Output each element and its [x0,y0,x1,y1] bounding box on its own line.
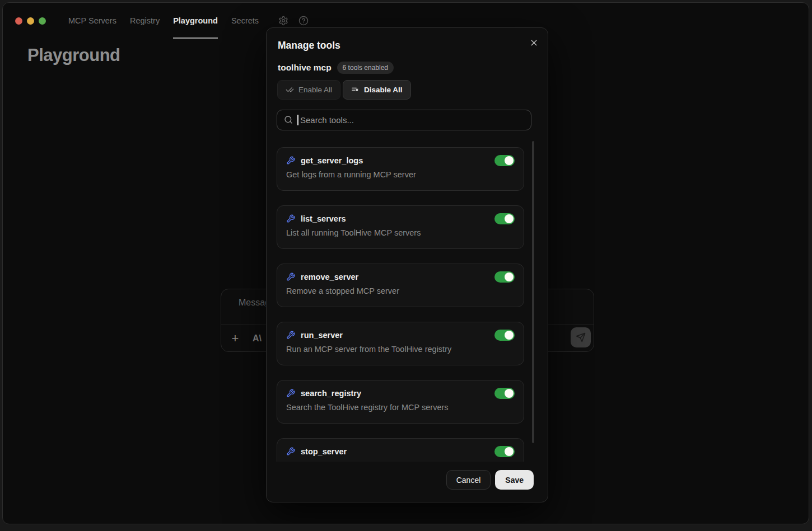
tab-mcp-servers[interactable]: MCP Servers [68,3,116,39]
cancel-button[interactable]: Cancel [446,470,491,490]
disable-all-button[interactable]: Disable All [343,80,411,100]
tool-name: list_servers [301,214,346,223]
tool-name: get_server_logs [301,156,363,165]
tool-head: remove_server [286,272,515,281]
settings-button[interactable] [277,14,290,27]
tool-toggle[interactable] [494,213,515,224]
tool-description: Run an MCP server from the ToolHive regi… [286,345,515,354]
tool-toggle[interactable] [494,330,515,341]
minimize-window-button[interactable] [27,17,34,25]
close-window-button[interactable] [15,17,22,25]
wrench-icon [286,156,295,165]
disable-all-label: Disable All [364,86,403,94]
server-row: toolhive mcp 6 tools enabled [278,62,394,74]
wrench-icon [286,447,295,456]
paper-plane-icon [576,332,586,342]
wrench-icon [286,389,295,398]
tool-toggle[interactable] [494,271,515,283]
tool-card: search_registry Search the ToolHive regi… [277,380,524,424]
tool-card: remove_server Remove a stopped MCP serve… [277,264,524,307]
tool-head: list_servers [286,214,515,223]
tool-card: run_server Run an MCP server from the To… [277,322,524,365]
search-tools-input[interactable] [277,110,531,130]
scrollbar-thumb[interactable] [532,141,534,443]
list-x-icon [351,86,360,94]
server-name: toolhive mcp [278,63,332,73]
wrench-icon [286,331,295,340]
toggle-knob [505,389,514,398]
tab-playground[interactable]: Playground [173,3,218,39]
check-check-icon [286,86,294,94]
enable-all-button[interactable]: Enable All [277,80,340,100]
app-window: MCP Servers Registry Playground Secrets [2,2,809,524]
manage-tools-dialog: Manage tools toolhive mcp 6 tools enable… [266,27,548,502]
gear-icon [278,16,288,26]
close-dialog-button[interactable] [528,37,539,48]
toggle-knob [505,156,514,165]
traffic-lights [15,17,46,25]
tool-toggle[interactable] [494,155,515,166]
tool-name: search_registry [301,389,361,398]
tool-head: search_registry [286,389,515,398]
titlebar-icons [277,14,310,27]
tools-enabled-badge: 6 tools enabled [337,62,394,74]
wrench-icon [286,272,295,281]
tool-toggle[interactable] [494,446,515,457]
tool-name: remove_server [301,272,358,281]
nav-tabs: MCP Servers Registry Playground Secrets [68,3,259,39]
tool-name: stop_server [301,447,347,456]
toggle-knob [505,447,514,456]
maximize-window-button[interactable] [39,17,46,25]
tool-card: stop_server [277,438,524,462]
tool-head: stop_server [286,447,515,456]
text-caret [297,115,298,125]
tool-description: Get logs from a running MCP server [286,170,515,179]
tool-name: run_server [301,331,343,340]
tool-description: Remove a stopped MCP server [286,286,515,295]
search-icon [284,115,293,124]
help-button[interactable] [297,14,310,27]
tool-description: Search the ToolHive registry for MCP ser… [286,403,515,412]
tool-head: run_server [286,331,515,340]
anthropic-logo-icon: A\ [253,333,262,344]
tab-secrets[interactable]: Secrets [231,3,259,39]
help-circle-icon [298,16,309,26]
enable-all-label: Enable All [298,86,332,94]
tab-registry[interactable]: Registry [130,3,160,39]
page-title: Playground [27,45,120,65]
send-button[interactable] [571,327,591,347]
dialog-footer: Cancel Save [446,470,534,490]
toggle-knob [505,214,514,223]
dialog-title: Manage tools [278,40,340,51]
close-icon [529,38,539,48]
wrench-icon [286,214,295,223]
save-button[interactable]: Save [495,470,534,490]
tool-description: List all running ToolHive MCP servers [286,228,515,237]
tool-card: list_servers List all running ToolHive M… [277,205,524,249]
tool-card: get_server_logs Get logs from a running … [277,147,524,191]
tool-toggle[interactable] [494,388,515,399]
search-tools [277,110,531,130]
bulk-actions: Enable All Disable All [277,80,411,100]
plus-icon: + [232,331,239,346]
attach-button[interactable]: + [228,331,242,346]
tool-head: get_server_logs [286,156,515,165]
toggle-knob [505,331,514,340]
tool-list: get_server_logs Get logs from a running … [277,138,532,462]
toggle-knob [505,272,514,281]
